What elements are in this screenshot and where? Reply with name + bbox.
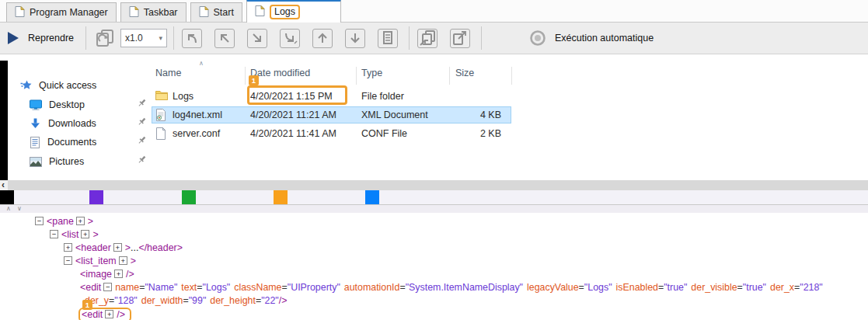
collapse-icon[interactable]: −: [35, 217, 44, 225]
tab-label: Start: [214, 7, 234, 18]
file-date: 4/20/2021 1:15 PM: [250, 88, 333, 105]
timeline-frame[interactable]: [89, 190, 103, 204]
pin-icon[interactable]: [137, 117, 147, 127]
xml-attribute: der_width="99": [141, 294, 207, 308]
scroll-left-icon[interactable]: ‹: [2, 180, 5, 190]
column-header-date-modified[interactable]: Date modified: [250, 68, 310, 78]
xml-attribute: der_y="128": [85, 294, 138, 308]
zoom-value: x1.0: [125, 33, 143, 43]
pane-splitter[interactable]: ∧ ∨: [0, 205, 868, 213]
tree-node-header[interactable]: +<header+>...</header>: [0, 242, 868, 255]
pin-icon[interactable]: [137, 98, 147, 108]
timeline-frame[interactable]: [365, 190, 379, 204]
tab-label: Program Manager: [30, 7, 108, 18]
arrow-down-button[interactable]: [345, 29, 365, 48]
arrow-up-left-bent-button[interactable]: [182, 29, 202, 48]
tab-bar: Program Manager Taskbar Start Logs: [0, 0, 868, 23]
column-header-name[interactable]: Name: [155, 68, 181, 78]
resume-button[interactable]: Reprendre: [8, 32, 85, 44]
tree-node-edit-name[interactable]: <edit−name="Name"text="Logs"className="U…: [0, 281, 868, 308]
file-row-log4net[interactable]: log4net.xml 4/20/2021 11:21 AM XML Docum…: [152, 106, 511, 123]
expand-icon[interactable]: +: [81, 230, 89, 238]
pin-icon[interactable]: [137, 155, 147, 165]
pictures-icon: [30, 157, 42, 167]
xml-attribute: der_visible="true": [691, 281, 766, 294]
timeline-frame[interactable]: [182, 190, 196, 204]
tree-node-image[interactable]: <image+/>: [0, 268, 868, 281]
screenshot-stack-icon[interactable]: [94, 28, 116, 48]
xml-attribute: text="Logs": [181, 281, 230, 294]
document-button[interactable]: [378, 29, 398, 48]
toolbar-separator: [85, 26, 86, 50]
column-header-size[interactable]: Size: [455, 68, 474, 78]
collapse-icon[interactable]: −: [64, 256, 72, 265]
sidebar-label: Downloads: [48, 118, 96, 129]
file-row-logs[interactable]: Logs 4/20/2021 1:15 PM File folder: [152, 88, 511, 105]
file-name: log4net.xml: [173, 106, 222, 123]
file-date: 4/20/2021 11:21 AM: [250, 106, 336, 123]
expand-icon[interactable]: +: [76, 217, 85, 225]
documents-icon: [30, 137, 40, 148]
zoom-select[interactable]: x1.0 ▾: [120, 29, 167, 47]
file-name: Logs: [173, 88, 193, 105]
arrow-up-button[interactable]: [312, 29, 333, 48]
autorun-label: Exécution automatique: [555, 33, 654, 43]
document-icon: [129, 5, 139, 20]
file-type: XML Document: [361, 106, 428, 123]
timeline-frame[interactable]: [274, 190, 288, 204]
sidebar-item-downloads[interactable]: Downloads: [30, 117, 96, 130]
tree-node-list-item[interactable]: −<list_item+>: [0, 255, 868, 268]
sidebar-label: Desktop: [49, 99, 85, 110]
column-header-type[interactable]: Type: [361, 68, 382, 78]
pages-import-button[interactable]: [417, 29, 437, 48]
expand-icon[interactable]: +: [114, 270, 123, 278]
page-export-button[interactable]: [450, 29, 470, 48]
file-date: 4/20/2021 11:41 AM: [250, 125, 336, 142]
sidebar-item-documents[interactable]: Documents: [30, 135, 96, 149]
expand-icon[interactable]: +: [64, 243, 72, 252]
scrollbar-track[interactable]: [8, 180, 868, 190]
arrow-up-icon: [313, 29, 332, 47]
column-divider: [245, 67, 246, 85]
tree-node-list[interactable]: −<list+>: [0, 228, 868, 242]
page-export-icon: [451, 29, 469, 47]
arrow-up-left-button[interactable]: [214, 29, 235, 48]
xml-attribute: der_height="22": [210, 294, 278, 308]
expand-down-icon[interactable]: ∨: [17, 205, 22, 213]
horizontal-scrollbar[interactable]: ‹: [0, 180, 868, 190]
expand-icon[interactable]: +: [119, 256, 127, 265]
collapse-icon[interactable]: −: [50, 230, 58, 238]
sidebar-item-quick-access[interactable]: Quick access: [20, 78, 96, 92]
document-icon: [255, 5, 265, 19]
tab-program-manager[interactable]: Program Manager: [6, 2, 117, 22]
tab-start[interactable]: Start: [190, 2, 242, 22]
tab-logs[interactable]: Logs: [246, 0, 341, 23]
arrow-down-right-button[interactable]: [247, 29, 267, 48]
xml-file-icon: [155, 109, 166, 121]
document-icon: [378, 29, 397, 47]
play-icon: [8, 32, 19, 44]
pages-arrow-icon: [418, 29, 437, 47]
tree-node-edit-2[interactable]: 1 <edit+/>: [0, 308, 868, 320]
sort-ascending-icon: ∧: [199, 60, 204, 67]
resume-label: Reprendre: [28, 33, 74, 43]
toolbar-separator: [409, 26, 410, 50]
xml-attribute: der_x="218": [770, 281, 823, 294]
expand-icon[interactable]: +: [105, 310, 113, 318]
collapse-up-icon[interactable]: ∧: [6, 205, 11, 213]
expand-icon[interactable]: +: [113, 243, 122, 252]
sidebar-item-pictures[interactable]: Pictures: [30, 155, 84, 169]
autorun-toggle[interactable]: Exécution automatique: [528, 29, 654, 47]
file-row-server-conf[interactable]: server.conf 4/20/2021 11:41 AM CONF File…: [152, 125, 511, 142]
pin-icon[interactable]: [137, 135, 147, 145]
arrow-down-right-bent-button[interactable]: [280, 29, 300, 48]
sidebar-item-desktop[interactable]: Desktop: [30, 98, 85, 112]
timeline-frame[interactable]: [0, 190, 14, 204]
sidebar-label: Documents: [47, 137, 96, 148]
collapse-icon[interactable]: −: [103, 283, 112, 291]
tree-node-pane[interactable]: −<pane+>: [0, 215, 868, 228]
arrow-up-left-bent-icon: [183, 29, 201, 47]
toolbar-separator: [173, 26, 174, 50]
tab-taskbar[interactable]: Taskbar: [120, 2, 186, 22]
annotation-badge: 1: [82, 300, 92, 310]
